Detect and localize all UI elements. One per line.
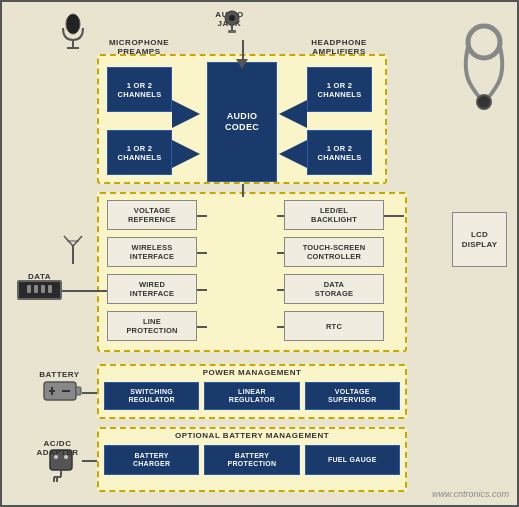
hline-lineprot [197, 326, 207, 328]
hline-voltref [197, 215, 207, 217]
wired-interface-block: WIREDINTERFACE [107, 274, 197, 304]
hline-wireless [197, 252, 207, 254]
amp-right-2 [172, 140, 200, 170]
hline-datastorage [277, 289, 284, 291]
svg-point-7 [468, 26, 500, 58]
line-protection-block: LINEPROTECTION [107, 311, 197, 341]
audio-codec-block: AUDIOCODEC [207, 62, 277, 182]
mic-channels-block: 1 OR 2CHANNELS [107, 67, 172, 112]
battery-management-section: OPTIONAL BATTERY MANAGEMENT BATTERYCHARG… [97, 427, 407, 492]
hline-dataport-wired [62, 290, 107, 292]
antenna-icon [62, 234, 84, 266]
wireless-interface-block: WIRELESSINTERFACE [107, 237, 197, 267]
hline-led [277, 215, 284, 217]
hline-wired [197, 289, 207, 291]
led-backlight-block: LED/ELBACKLIGHT [284, 200, 384, 230]
hline-touch [277, 252, 284, 254]
switching-regulator-block: SWITCHINGREGULATOR [104, 382, 199, 410]
voltage-supervisor-block: VOLTAGESUPERVISOR [305, 382, 400, 410]
voltage-reference-block: VOLTAGEREFERENCE [107, 200, 197, 230]
ac-dc-label: AC/DCADAPTER [30, 439, 85, 457]
battery-charger-block: BATTERYCHARGER [104, 445, 199, 475]
arrow-audiojack-down [236, 59, 248, 69]
hp-channels-block: 1 OR 2CHANNELS [307, 67, 372, 112]
amp-right-1 [172, 100, 200, 130]
lcd-display-block: LCD DISPLAY [452, 212, 507, 267]
hline-adapter-battery [82, 460, 97, 462]
data-storage-block: DATASTORAGE [284, 274, 384, 304]
battery-protection-block: BATTERYPROTECTION [204, 445, 299, 475]
svg-point-4 [66, 14, 80, 34]
svg-marker-9 [172, 100, 200, 128]
microphone-icon [57, 10, 89, 60]
vline-codec-mcu [242, 184, 244, 197]
stethoscope-icon [457, 22, 512, 112]
svg-rect-18 [76, 387, 81, 395]
watermark: www.cntronics.com [432, 489, 509, 499]
hline-led-lcd [384, 215, 404, 217]
svg-marker-12 [279, 140, 307, 168]
battery-label: BATTERY [32, 370, 87, 379]
power-management-label: POWER MANAGEMENT [99, 368, 405, 377]
svg-point-8 [477, 95, 491, 109]
amp-left-2 [279, 140, 307, 170]
main-diagram: AUDIOJACK MICROPHONEPREAMPS HEADPHONEAMP… [0, 0, 519, 507]
optional-battery-label: OPTIONAL BATTERY MANAGEMENT [99, 431, 405, 440]
audio-jack-icon [220, 10, 244, 38]
svg-point-1 [229, 15, 235, 21]
svg-rect-3 [228, 30, 236, 33]
mic-channels-block-2: 1 OR 2CHANNELS [107, 130, 172, 175]
power-management-section: POWER MANAGEMENT SWITCHINGREGULATOR LINE… [97, 364, 407, 419]
rtc-block: RTC [284, 311, 384, 341]
svg-marker-10 [279, 100, 307, 128]
amp-left-1 [279, 100, 307, 130]
hline-rtc [277, 326, 284, 328]
hp-channels-block-2: 1 OR 2CHANNELS [307, 130, 372, 175]
linear-regulator-block: LINEARREGULATOR [204, 382, 299, 410]
svg-rect-17 [44, 382, 76, 400]
hline-battery-power [82, 392, 97, 394]
battery-icon [42, 377, 82, 407]
touch-screen-controller-block: TOUCH-SCREENCONTROLLER [284, 237, 384, 267]
svg-marker-11 [172, 140, 200, 168]
fuel-gauge-block: FUEL GAUGE [305, 445, 400, 475]
data-port-icon [17, 280, 62, 300]
